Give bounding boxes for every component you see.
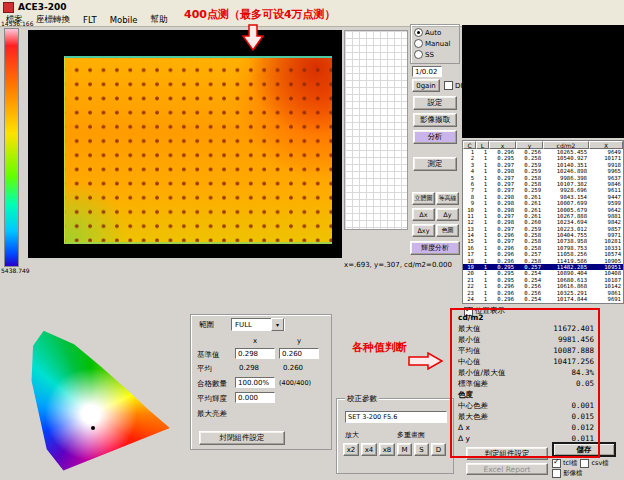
- menu-item[interactable]: 幫助: [151, 14, 168, 26]
- colorbar-min-value: 5438.749: [1, 267, 30, 274]
- luminance-heatmap[interactable]: [64, 56, 332, 244]
- stat-row: 最大色差 0.015: [458, 411, 594, 422]
- excel-report-button[interactable]: Excel Report: [466, 463, 548, 475]
- colorbar-max-value: 14536.166: [1, 20, 33, 27]
- average-luminance-label: 平均輝度: [197, 394, 227, 404]
- range-label: 範圍: [199, 320, 214, 330]
- stats-panel: cd/m2 最大值 11672.401 最小值 9981.456 平均值 100…: [458, 312, 594, 444]
- base-y-field[interactable]: 0.260: [279, 348, 319, 359]
- colormap-button[interactable]: 色圖: [436, 224, 459, 237]
- save-button[interactable]: 儲存: [552, 442, 616, 457]
- multi-view-buttons: MSD: [397, 443, 446, 456]
- chevron-down-icon: ▾: [271, 318, 284, 331]
- table-header: CLxycd/m2X: [463, 141, 623, 149]
- delta-x-button[interactable]: Δx: [412, 208, 435, 221]
- settings-button[interactable]: 設定: [413, 96, 457, 110]
- multi-view-button[interactable]: M: [397, 443, 412, 456]
- exposure-field[interactable]: 1/0.02: [412, 66, 442, 77]
- contour-button[interactable]: 等高線: [436, 192, 459, 205]
- app-window: ACE3-200 檔案座標轉換FLTMobile幫助 14536.166 543…: [0, 0, 624, 480]
- titlebar: ACE3-200: [0, 0, 624, 14]
- annotation-judge-note: 各种值判断: [352, 340, 407, 355]
- radio-icon: [414, 50, 423, 59]
- average-x-value: 0.298: [239, 364, 259, 372]
- stereo-view-button[interactable]: 立體圖: [412, 192, 435, 205]
- radio-icon: [414, 39, 423, 48]
- calibration-title: 校正參數: [345, 394, 379, 404]
- seal-settings-button[interactable]: 封閉組件設定: [199, 431, 285, 445]
- stat-row: 平均值 10087.888: [458, 345, 594, 356]
- pass-count-label: 合格數量: [197, 379, 227, 389]
- menu-item[interactable]: 座標轉換: [36, 14, 70, 26]
- capture-mode-radio[interactable]: Manual: [411, 38, 459, 49]
- file-format-checks: tcl檔 csv檔 影像檔: [552, 459, 624, 479]
- delta-xy-button[interactable]: Δxy: [412, 224, 435, 237]
- average-label: 平均: [197, 364, 212, 374]
- delta-y-button[interactable]: Δy: [436, 208, 459, 221]
- stats-chroma-title: 色度: [458, 389, 594, 400]
- pass-fraction: (400/400): [279, 379, 311, 387]
- zoom-button[interactable]: x2: [343, 443, 359, 456]
- stat-row: 中心色差 0.001: [458, 400, 594, 411]
- camera-preview-panel: [462, 25, 624, 138]
- table-header-cell: X: [589, 141, 623, 149]
- stats-luminance-title: cd/m2: [458, 312, 594, 323]
- measurement-table-body: 110.296 0.25610265.4559649 210.295 0.258…: [463, 149, 623, 302]
- average-luminance-field[interactable]: 0.000: [235, 392, 275, 403]
- checkbox-icon: [580, 459, 589, 468]
- table-row[interactable]: 2410.296 0.25410174.8449691: [463, 296, 623, 302]
- checkbox-icon: [552, 469, 561, 478]
- table-header-cell: cd/m2: [543, 141, 589, 149]
- stats-chroma-list: 中心色差 0.001 最大色差 0.015 Δ x 0.012 Δ y 0.01…: [458, 400, 594, 444]
- multi-view-button[interactable]: D: [431, 443, 446, 456]
- zoom-button[interactable]: x8: [379, 443, 395, 456]
- table-header-cell: C: [463, 141, 476, 149]
- analyze-button[interactable]: 分析: [413, 130, 457, 144]
- colorbar: [4, 28, 19, 267]
- max-diff-label: 最大亮差: [197, 409, 227, 419]
- menu-item[interactable]: Mobile: [110, 15, 138, 25]
- stat-row: 最大值 11672.401: [458, 323, 594, 334]
- multi-view-button[interactable]: S: [414, 443, 429, 456]
- stat-row: 最小值 9981.456: [458, 334, 594, 345]
- range-select[interactable]: FULL ▾: [231, 318, 285, 331]
- stat-row: Δ x 0.012: [458, 422, 594, 433]
- menu-item[interactable]: FLT: [83, 15, 97, 25]
- capture-mode-radio[interactable]: Auto: [411, 27, 459, 38]
- table-header-cell: x: [489, 141, 516, 149]
- grid-paper-panel: [344, 30, 408, 230]
- cie-horseshoe: [30, 320, 182, 472]
- file-format-checkbox[interactable]: csv檔: [580, 459, 608, 468]
- file-format-checkbox[interactable]: tcl檔: [552, 459, 577, 468]
- gain-button[interactable]: 0gain: [412, 79, 440, 92]
- image-capture-button[interactable]: 影像撷取: [413, 113, 457, 127]
- calibration-preset-field[interactable]: SET 3-200 F5.6: [345, 411, 447, 423]
- capture-mode-group: Auto Manual SS: [410, 24, 460, 64]
- base-value-label: 基準值: [197, 350, 220, 360]
- base-x-field[interactable]: 0.298: [235, 348, 275, 359]
- measurement-points-grid: [65, 58, 332, 242]
- stat-row: 最小值/最大值 84.3%: [458, 367, 594, 378]
- luminance-map-viewport[interactable]: [28, 30, 342, 258]
- stat-row: 標準偏差 0.05: [458, 378, 594, 389]
- capture-mode-radio[interactable]: SS: [411, 49, 459, 60]
- cie-chromaticity-diagram: [30, 318, 182, 472]
- table-header-cell: y: [516, 141, 543, 149]
- zoom-button[interactable]: x4: [361, 443, 377, 456]
- measurement-table[interactable]: CLxycd/m2X 110.296 0.25610265.4559649 21…: [462, 140, 624, 304]
- table-header-cell: L: [476, 141, 489, 149]
- luminance-analysis-button[interactable]: 輝度分析: [410, 241, 460, 255]
- radio-icon: [414, 28, 423, 37]
- calibration-panel: 校正參數 SET 3-200 F5.6 放大 多重畫面 x2x4x8 MSD: [336, 398, 454, 474]
- zoom-buttons: x2x4x8: [343, 443, 395, 456]
- column-x-label: x: [253, 337, 257, 345]
- multi-view-label: 多重畫面: [397, 430, 425, 440]
- pass-rate-field: 100.00%: [235, 377, 275, 388]
- file-format-checkbox[interactable]: 影像檔: [552, 469, 583, 478]
- app-icon: [3, 2, 14, 13]
- measure-button[interactable]: 測定: [413, 157, 457, 171]
- annotation-arrow-right-icon: [408, 352, 444, 370]
- column-y-label: y: [297, 337, 301, 345]
- checkbox-icon: [552, 459, 561, 468]
- judge-settings-button[interactable]: 判定組件設定: [466, 447, 548, 460]
